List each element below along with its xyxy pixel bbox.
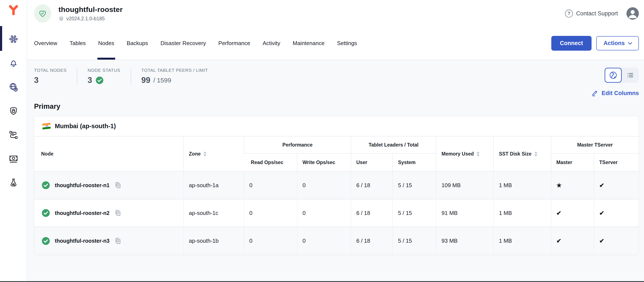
tab-disaster-recovery[interactable]: Disaster Recovery (160, 27, 206, 60)
region-title: Mumbai (ap-south-1) (55, 123, 116, 130)
tab-nodes[interactable]: Nodes (98, 27, 114, 60)
list-icon (626, 71, 634, 79)
region-card: Mumbai (ap-south-1) Node Zone (34, 116, 639, 255)
tserver-cell: ✔ (594, 171, 639, 199)
stat-value-number: 99 (141, 76, 150, 85)
user-avatar-icon (626, 7, 639, 20)
integrations-pipeline-icon (8, 130, 18, 140)
sort-arrows-icon (534, 151, 538, 156)
table-row[interactable]: thoughtful-rooster-n1 ap-south-1a 0 0 6 … (34, 171, 639, 199)
list-view-toggle[interactable] (622, 68, 639, 83)
window-bottom-edge (0, 281, 644, 282)
version-label: v2024.2.1.0-b185 (66, 16, 105, 21)
copy-node-name-button[interactable] (114, 237, 122, 245)
write-ops-cell: 0 (297, 171, 351, 199)
col-master: Master (551, 153, 594, 171)
sidebar-item-labs[interactable] (8, 178, 18, 188)
tab-settings[interactable]: Settings (337, 27, 357, 60)
stat-label: NODE STATUS (88, 68, 120, 73)
cluster-title-block: thoughtful-rooster v2024.2.1.0-b185 (58, 5, 123, 21)
memory-used-cell: 109 MB (436, 171, 494, 199)
edit-columns-row: Edit Columns (34, 90, 639, 97)
col-system: System (393, 153, 436, 171)
user-avatar[interactable] (626, 7, 639, 20)
sidebar-item-notifications[interactable] (8, 58, 18, 68)
col-read-ops: Read Ops/sec (244, 153, 297, 171)
chevron-down-icon (628, 40, 632, 45)
stat-total-nodes: TOTAL NODES 3 (34, 68, 77, 85)
tab-label: Activity (263, 40, 280, 47)
stat-label: TOTAL NODES (34, 68, 66, 73)
sort-arrows-icon (476, 151, 480, 156)
main-area: thoughtful-rooster v2024.2.1.0-b185 ? Co… (27, 0, 644, 282)
copy-icon (114, 237, 122, 245)
col-zone[interactable]: Zone (184, 136, 244, 171)
sidebar-item-billing[interactable] (8, 154, 18, 164)
node-healthy-icon (41, 180, 50, 190)
sidebar (0, 0, 27, 282)
contact-support-label: Contact Support (576, 10, 618, 17)
content: TOTAL NODES 3 NODE STATUS 3 TOTAL TABLET… (27, 60, 644, 282)
node-healthy-icon (41, 208, 50, 218)
stat-node-status: NODE STATUS 3 (88, 68, 131, 85)
sidebar-nav (8, 34, 18, 188)
sidebar-item-integrations[interactable] (8, 130, 18, 140)
tab-label: Maintenance (293, 40, 324, 47)
zone-cell: ap-south-1c (184, 199, 244, 227)
india-flag-icon (42, 123, 50, 130)
app-header: thoughtful-rooster v2024.2.1.0-b185 ? Co… (27, 0, 644, 27)
cluster-health-avatar (34, 4, 51, 23)
region-card-header: Mumbai (ap-south-1) (34, 116, 639, 136)
system-tablets-cell: 5 / 15 (393, 227, 436, 255)
sidebar-active-indicator (0, 26, 2, 51)
read-ops-cell: 0 (244, 171, 297, 199)
col-group-performance: Performance (244, 136, 351, 153)
table-row[interactable]: thoughtful-rooster-n3 ap-south-1b 0 0 6 … (34, 227, 639, 255)
master-status-glyph: ★ (556, 182, 562, 189)
tab-performance[interactable]: Performance (218, 27, 250, 60)
version-row: v2024.2.1.0-b185 (58, 16, 123, 21)
tab-label: Nodes (98, 40, 114, 47)
col-zone-label: Zone (189, 151, 200, 157)
connect-button[interactable]: Connect (551, 36, 592, 51)
col-user: User (351, 153, 393, 171)
copy-icon (114, 181, 122, 189)
tab-label: Overview (34, 40, 57, 47)
globe-icon (609, 71, 618, 80)
tab-backups[interactable]: Backups (127, 27, 148, 60)
sidebar-item-network[interactable] (8, 82, 18, 92)
tserver-cell: ✔ (594, 227, 639, 255)
cluster-hub-icon (8, 34, 18, 44)
user-tablets-cell: 6 / 18 (351, 199, 393, 227)
copy-node-name-button[interactable] (114, 181, 122, 189)
user-tablets-cell: 6 / 18 (351, 171, 393, 199)
nodes-table: Node Zone Performance Tablet Leaders / T… (34, 136, 639, 255)
sidebar-item-security[interactable] (8, 106, 18, 116)
col-sst-disk-size[interactable]: SST Disk Size (494, 136, 551, 171)
check-circle-icon (95, 76, 104, 85)
system-tablets-cell: 5 / 15 (393, 171, 436, 199)
yugabyte-logo[interactable] (8, 3, 20, 17)
tab-overview[interactable]: Overview (34, 27, 57, 60)
sidebar-item-clusters[interactable] (8, 34, 18, 44)
tab-bar-row: OverviewTablesNodesBackupsDisaster Recov… (27, 27, 644, 60)
tab-activity[interactable]: Activity (263, 27, 280, 60)
stat-value-number: 3 (88, 76, 92, 85)
actions-button[interactable]: Actions (596, 36, 639, 50)
layers-icon (58, 16, 64, 21)
tserver-status-glyph: ✔ (599, 238, 604, 244)
contact-support-link[interactable]: ? Contact Support (565, 10, 618, 17)
table-row[interactable]: thoughtful-rooster-n2 ap-south-1c 0 0 6 … (34, 199, 639, 227)
billing-banknote-icon (8, 154, 18, 164)
tab-maintenance[interactable]: Maintenance (293, 27, 324, 60)
heart-check-icon (38, 9, 47, 18)
tab-bar: OverviewTablesNodesBackupsDisaster Recov… (34, 27, 357, 60)
map-view-toggle[interactable] (604, 68, 622, 83)
col-memory-used[interactable]: Memory Used (436, 136, 494, 171)
col-sst-label: SST Disk Size (499, 151, 532, 157)
stat-value-suffix: / 1599 (153, 77, 171, 84)
copy-node-name-button[interactable] (114, 209, 122, 217)
edit-columns-button[interactable]: Edit Columns (592, 90, 639, 97)
tab-tables[interactable]: Tables (70, 27, 86, 60)
security-shield-lock-icon (8, 106, 18, 116)
